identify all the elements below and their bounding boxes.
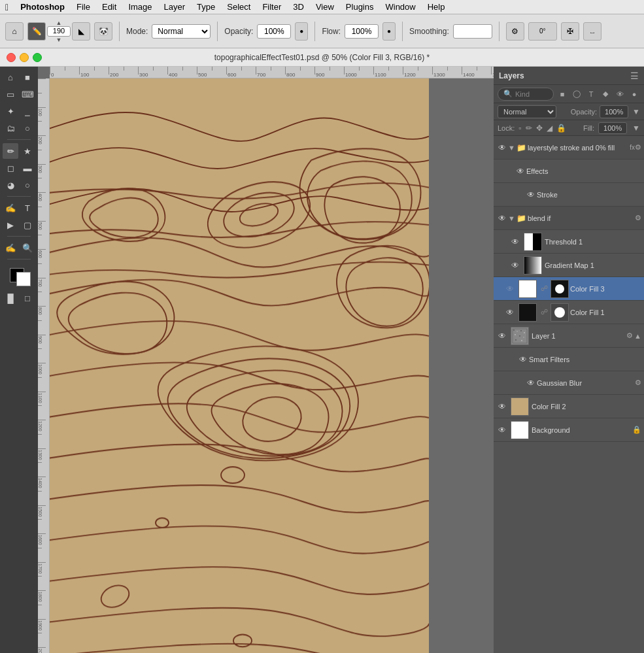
opacity-expand-icon[interactable]: ▼ <box>632 107 640 116</box>
opacity-input[interactable] <box>257 24 291 39</box>
tool-home[interactable]: ⌂ <box>5 22 24 41</box>
canvas[interactable] <box>50 78 429 653</box>
angle-btn[interactable]: 0° <box>528 22 557 41</box>
menu-help[interactable]: Help <box>422 1 450 13</box>
menu-type[interactable]: Type <box>192 1 220 13</box>
fill-value-input[interactable] <box>598 122 627 134</box>
visibility-toggle-stroke[interactable]: 👁 <box>525 189 537 201</box>
menu-file[interactable]: File <box>71 1 95 13</box>
visibility-toggle-colorfill2[interactable]: 👁 <box>496 401 508 412</box>
tool-crop[interactable]: ⎯ <box>20 103 35 119</box>
tool-zoom[interactable]: 🔍 <box>20 240 35 256</box>
lock-all-icon[interactable]: 🔒 <box>556 124 566 133</box>
blend-mode-select[interactable]: Normal Multiply Screen <box>498 105 556 118</box>
visibility-toggle-colorfill3[interactable]: 👁 <box>504 283 516 295</box>
filter-shape-icon[interactable]: ◆ <box>600 88 611 100</box>
tool-stamp[interactable]: ★ <box>20 143 35 159</box>
opacity-toggle[interactable]: ● <box>295 22 308 41</box>
layer-options-gaussianblur[interactable]: ⚙ <box>635 378 641 387</box>
flow-input[interactable] <box>345 24 379 39</box>
visibility-toggle-blendif[interactable]: 👁 <box>496 212 508 224</box>
menu-view[interactable]: View <box>311 1 339 13</box>
tool-quick-mask[interactable]: █ <box>3 290 18 306</box>
visibility-toggle-background[interactable]: 👁 <box>496 424 508 436</box>
menu-select[interactable]: Select <box>222 1 256 13</box>
flow-toggle[interactable]: ● <box>382 22 396 41</box>
fx-icon[interactable]: fx <box>630 144 635 151</box>
filter-toggle[interactable]: ● <box>628 88 640 100</box>
layer-item-colorfill3[interactable]: 👁 ☍ <box>494 277 644 301</box>
visibility-toggle-colorfill1[interactable]: 👁 <box>504 307 516 318</box>
tool-marquee[interactable]: ▭ <box>3 86 18 102</box>
tool-screen-mode[interactable]: □ <box>20 290 35 306</box>
lock-position-icon[interactable]: ✥ <box>536 124 543 133</box>
tool-hand[interactable]: ✍ <box>3 240 18 256</box>
visibility-toggle-gradientmap1[interactable]: 👁 <box>509 260 521 271</box>
apple-menu[interactable]:  <box>5 2 8 12</box>
tool-pen[interactable]: ✍ <box>3 200 18 216</box>
tool-heal[interactable]: ○ <box>20 120 35 136</box>
smoothing-input[interactable] <box>453 24 492 39</box>
visibility-toggle-gaussianblur[interactable]: 👁 <box>525 377 537 389</box>
maximize-button[interactable] <box>33 53 42 62</box>
tool-type[interactable]: T <box>20 200 35 216</box>
visibility-toggle-threshold1[interactable]: 👁 <box>509 236 521 248</box>
layer-item-layer1[interactable]: 👁 <box>494 324 644 348</box>
tool-blur[interactable]: ◕ <box>3 177 18 193</box>
menu-3d[interactable]: 3D <box>288 1 309 13</box>
layer-item-background[interactable]: 👁 Background 🔒 <box>494 418 644 442</box>
menu-window[interactable]: Window <box>380 1 420 13</box>
layer-options-icon[interactable]: ⚙ <box>635 143 641 152</box>
tool-gradient[interactable]: ▬ <box>20 160 35 176</box>
layer-item-threshold1[interactable]: 👁 Threshold 1 <box>494 230 644 254</box>
background-color[interactable] <box>16 272 31 286</box>
tool-move[interactable]: ⌂ <box>3 69 18 85</box>
fill-expand-icon[interactable]: ▼ <box>632 124 640 133</box>
layer-item-gaussianblur[interactable]: 👁 Gaussian Blur ⚙ <box>494 371 644 395</box>
menu-edit[interactable]: Edit <box>97 1 122 13</box>
visibility-toggle-smartfilters[interactable]: 👁 <box>517 354 529 365</box>
layer-options-layer1[interactable]: ⚙ <box>626 331 633 340</box>
menu-plugins[interactable]: Plugins <box>341 1 379 13</box>
layer-item-smartfilters[interactable]: 👁 Smart Filters <box>494 348 644 371</box>
group-expand-blendif[interactable]: ▼ <box>508 214 515 222</box>
settings-btn[interactable]: ⚙ <box>506 22 524 41</box>
symmetry-btn[interactable]: ✠ <box>561 22 579 41</box>
canvas-wrapper[interactable] <box>50 78 494 653</box>
toggle-airbrush[interactable]: 🐼 <box>94 22 112 41</box>
menu-photoshop[interactable]: Photoshop <box>15 1 70 13</box>
lock-artboard-icon[interactable]: ◢ <box>547 124 552 133</box>
tool-shapes[interactable]: ▢ <box>20 217 35 233</box>
tool-brush[interactable]: ✏ <box>3 143 18 159</box>
menu-layer[interactable]: Layer <box>159 1 191 13</box>
layer-item-stroke[interactable]: 👁 Stroke <box>494 183 644 207</box>
brush-tool[interactable]: ✏️ <box>27 22 46 41</box>
layer-expand-layer1[interactable]: ▲ <box>634 332 641 340</box>
opacity-value-input[interactable] <box>600 105 628 118</box>
layer-item-colorfill1[interactable]: 👁 ☍ <box>494 301 644 324</box>
layer-item-group-blendif[interactable]: 👁 ▼ 📁 blend if ⚙ <box>494 207 644 230</box>
tool-dodge[interactable]: ○ <box>20 177 35 193</box>
extra-btn[interactable]: ⎵ <box>583 22 602 41</box>
tool-eyedropper[interactable]: 🗂 <box>3 120 18 136</box>
visibility-toggle-effects[interactable]: 👁 <box>515 165 526 177</box>
lock-pixels-icon[interactable]: ✏ <box>526 124 532 133</box>
layer-options-blendif[interactable]: ⚙ <box>635 214 641 222</box>
close-button[interactable] <box>7 53 16 62</box>
tool-eraser[interactable]: ◻ <box>3 160 18 176</box>
filter-pixel-icon[interactable]: ■ <box>556 88 568 100</box>
layers-panel-menu[interactable]: ☰ <box>630 71 639 81</box>
filter-type-icon[interactable]: T <box>585 88 597 100</box>
tool-artboard[interactable]: ■ <box>20 69 35 85</box>
mode-select[interactable]: Normal Dissolve Multiply <box>152 24 211 39</box>
filter-adjust-icon[interactable]: ◯ <box>571 88 583 100</box>
color-swatches[interactable] <box>7 265 31 286</box>
layer-item-group-layerstyle[interactable]: 👁 ▼ 📁 layerstyle stroke and 0% fill fx ⚙ <box>494 136 644 159</box>
layer-item-gradientmap1[interactable]: 👁 Gradient Map 1 <box>494 254 644 277</box>
tool-path-select[interactable]: ▶ <box>3 217 18 233</box>
menu-filter[interactable]: Filter <box>257 1 286 13</box>
visibility-toggle-layer1[interactable]: 👁 <box>496 330 508 342</box>
menu-image[interactable]: Image <box>123 1 157 13</box>
tool-lasso[interactable]: ⌨ <box>20 86 35 102</box>
brush-size-input[interactable]: 190 <box>47 26 71 37</box>
